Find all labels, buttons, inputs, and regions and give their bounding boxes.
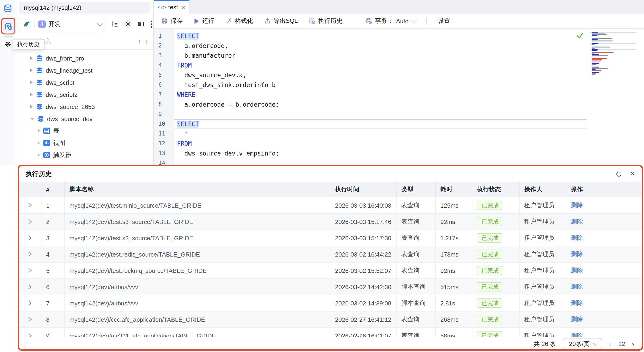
editor-line-4[interactable]: 4FROM (154, 60, 644, 70)
execution-time: 2026-02-27 16:41:12 (330, 316, 391, 323)
arrow-up-icon[interactable]: ↑ (138, 38, 141, 44)
delete-link[interactable]: 删除 (566, 217, 583, 226)
delete-link[interactable]: 删除 (566, 250, 583, 258)
execution-history-icon[interactable] (3, 20, 14, 32)
column-header-操作人: 操作人 (519, 182, 566, 197)
tree-item-dws_front_pro[interactable]: dws_front_pro (16, 52, 154, 64)
tree-item-dws_source_2653[interactable]: dws_source_2653 (16, 101, 154, 113)
row-expand-icon[interactable] (28, 300, 32, 306)
query-type: 表查询 (396, 250, 420, 258)
editor-line-1[interactable]: 1SELECT (154, 31, 644, 41)
delete-link[interactable]: 删除 (566, 332, 583, 337)
delete-link[interactable]: 删除 (566, 234, 583, 242)
page-button-1[interactable]: 1 (618, 340, 622, 347)
editor-line-11[interactable]: 11 * (154, 129, 644, 139)
editor-line-3[interactable]: 3 b.manufacturer (154, 51, 644, 60)
tab-label: test (168, 4, 178, 11)
transaction-dropdown[interactable]: 事务：Auto (365, 17, 415, 25)
page-button-2[interactable]: 2 (622, 340, 625, 347)
editor-line-10[interactable]: 10SELECT (154, 119, 644, 129)
editor-line-8[interactable]: 8 a.ordercode = b.ordercode; (154, 100, 644, 109)
sidebar-toolbar: 开 开发 (16, 15, 154, 33)
page-size-select[interactable]: 20条/页 (563, 338, 602, 350)
row-expand-icon[interactable] (28, 268, 32, 273)
caret-collapsed-icon[interactable] (38, 153, 40, 157)
env-switcher-dropdown[interactable]: 开 开发 (19, 18, 105, 30)
tree-item-dws_source_dev[interactable]: dws_source_dev (16, 113, 154, 125)
operator: 租户管理员 (520, 283, 554, 291)
editor-line-14[interactable]: 14 (154, 158, 644, 165)
caret-collapsed-icon[interactable] (30, 56, 32, 60)
editor-line-2[interactable]: 2 a.ordercode, (154, 41, 644, 51)
history-row-9[interactable]: 9mysql142(dev)/afc331_afc_application/TA… (19, 328, 642, 337)
prev-page-icon[interactable]: ‹ (609, 340, 611, 348)
tree-item-表[interactable]: 表 (16, 125, 154, 137)
caret-collapsed-icon[interactable] (30, 105, 32, 108)
arrow-down-icon[interactable]: ↓ (145, 38, 148, 44)
row-expand-icon[interactable] (28, 203, 32, 208)
row-expand-icon[interactable] (28, 284, 32, 290)
history-row-7[interactable]: 7mysql142(dev)/airbus/vvv2026-03-02 14:3… (19, 295, 642, 312)
caret-collapsed-icon[interactable] (38, 129, 40, 133)
code-text (174, 109, 177, 119)
history-row-1[interactable]: 1mysql142(dev)/test.minio_source/TABLE_G… (19, 197, 642, 214)
row-expand-icon[interactable] (28, 333, 32, 337)
tree-item-触发器[interactable]: 触发器 (16, 149, 154, 161)
save-button[interactable]: 保存 (161, 17, 183, 25)
editor-line-13[interactable]: 13 dws_source_dev.v_empsinfo; (154, 149, 644, 158)
connection-title[interactable]: mysql142 (mysql142) (19, 2, 150, 13)
history-row-3[interactable]: 3mysql142(dev)/test.s3_source/TABLE_GRID… (19, 230, 642, 246)
delete-link[interactable]: 删除 (566, 201, 583, 210)
run-button[interactable]: 运行 (194, 17, 214, 25)
history-row-2[interactable]: 2mysql142(dev)/test.s3_source/TABLE_GRID… (19, 214, 642, 230)
history-row-8[interactable]: 8mysql142(dev)/ccc.afc_application/TABLE… (19, 312, 642, 328)
database-connections-icon[interactable] (3, 3, 13, 13)
locate-target-icon[interactable] (124, 20, 132, 27)
editor-minimap[interactable] (589, 30, 638, 77)
sql-editor[interactable]: 1SELECT2 a.ordercode,3 b.manufacturer4FR… (154, 29, 644, 165)
settings-button[interactable]: 设置 (438, 17, 450, 25)
query-type: 表查询 (396, 217, 420, 226)
caret-expanded-icon[interactable] (30, 118, 34, 120)
editor-line-6[interactable]: 6 test_dws_sink.orderinfo b (154, 80, 644, 90)
tree-item-dws_script2[interactable]: dws_script2 (16, 88, 154, 101)
expand-collapse-list-icon[interactable] (111, 20, 118, 27)
row-expand-icon[interactable] (28, 235, 32, 241)
tree-item-视图[interactable]: 视图 (16, 137, 154, 149)
column-header-类型: 类型 (396, 182, 435, 197)
ai-assistant-icon[interactable]: ❋ (3, 39, 13, 49)
export-sql-button[interactable]: 导出SQL (264, 17, 298, 25)
editor-line-12[interactable]: 12FROM (154, 139, 644, 149)
status-badge: 已完成 (477, 201, 502, 210)
editor-line-7[interactable]: 7WHERE (154, 90, 644, 100)
history-row-4[interactable]: 4mysql142(dev)/test.redis_source/TABLE_G… (19, 246, 642, 263)
close-tab-icon[interactable]: ✕ (181, 4, 186, 10)
delete-link[interactable]: 删除 (566, 299, 583, 307)
code-text: dws_source_dev.a, (174, 70, 246, 80)
editor-line-5[interactable]: 5 dws_source_dev.a, (154, 70, 644, 80)
collapse-sidebar-icon[interactable] (138, 20, 144, 27)
delete-link[interactable]: 删除 (566, 266, 583, 275)
history-row-6[interactable]: 6mysql142(dev)/airbus/vvv2026-03-02 14:4… (19, 279, 642, 295)
delete-link[interactable]: 删除 (566, 315, 583, 324)
row-expand-icon[interactable] (28, 317, 32, 322)
history-row-5[interactable]: 5mysql142(dev)/test.rockmq_source/TABLE_… (19, 263, 642, 279)
mysql-dolphin-icon (23, 20, 31, 27)
format-button[interactable]: 格式化 (226, 17, 253, 25)
caret-collapsed-icon[interactable] (30, 68, 32, 72)
execution-history-button[interactable]: 执行历史 (309, 17, 342, 25)
tab-test[interactable]: </> test ✕ (154, 0, 190, 13)
tree-item-dws_lineage_test[interactable]: dws_lineage_test (16, 64, 154, 76)
close-panel-icon[interactable]: ✕ (630, 170, 635, 177)
row-expand-icon[interactable] (28, 219, 32, 224)
caret-collapsed-icon[interactable] (30, 93, 32, 96)
delete-link[interactable]: 删除 (566, 283, 583, 291)
row-expand-icon[interactable] (28, 251, 32, 257)
caret-collapsed-icon[interactable] (38, 141, 40, 145)
next-page-icon[interactable]: › (632, 340, 634, 348)
editor-line-9[interactable]: 9 (154, 109, 644, 119)
more-options-kebab-icon[interactable] (150, 20, 152, 28)
refresh-icon[interactable] (616, 171, 622, 177)
caret-collapsed-icon[interactable] (30, 80, 32, 84)
tree-item-dws_script[interactable]: dws_script (16, 76, 154, 88)
